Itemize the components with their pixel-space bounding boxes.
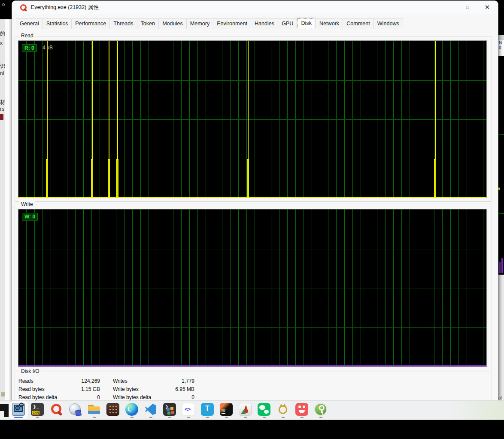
background-window-left-column <box>5 19 9 400</box>
stat-label: Read bytes delta <box>18 394 74 400</box>
background-right-graph-sliver <box>498 56 504 275</box>
maximize-button[interactable]: □ <box>458 1 477 14</box>
background-red-accent <box>0 114 3 120</box>
taskbar-item-typora[interactable] <box>198 401 217 419</box>
stat-label: Write bytes <box>113 386 164 392</box>
vscode-icon <box>144 403 157 416</box>
background-right-panel-sliver: ol <box>498 275 504 400</box>
tab-memory[interactable]: Memory <box>186 18 213 29</box>
tab-network[interactable]: Network <box>316 18 343 29</box>
taskbar-item-everything-search[interactable] <box>47 401 66 419</box>
background-window-fragment: o <box>2 2 5 7</box>
capture-tool-icon <box>239 403 252 416</box>
minimize-button[interactable]: — <box>438 1 458 14</box>
typora-icon <box>201 403 214 416</box>
background-text-fragment: 的 <box>0 31 5 36</box>
screen: o 的s识ni材rs N o ol Everything.exe (21932)… <box>0 0 504 439</box>
taskbar-item-intellij-idea[interactable] <box>217 401 236 419</box>
tab-token[interactable]: Token <box>137 18 159 29</box>
file-explorer-icon <box>88 403 100 416</box>
tab-modules[interactable]: Modules <box>158 18 187 29</box>
taskbar-item-vscode[interactable] <box>141 401 160 419</box>
running-indicator <box>282 417 285 418</box>
stat-label: Writes <box>113 378 164 384</box>
read-graph: R: 0 4 kB <box>18 40 487 198</box>
window-title: Everything.exe (21932) 属性 <box>31 4 99 11</box>
taskbar-item-edge[interactable] <box>122 401 141 419</box>
background-small-icon <box>1 392 5 397</box>
running-indicator <box>244 417 247 418</box>
taskbar-item-capture-tool[interactable] <box>236 401 255 419</box>
taskbar-item-terminal-can[interactable] <box>28 401 47 419</box>
taskbar-item-calculator[interactable] <box>103 401 122 419</box>
stat-value: 124,269 <box>74 378 100 384</box>
stat-value: 1,779 <box>164 378 194 384</box>
stat-value: 0 <box>164 394 194 400</box>
stat-gap <box>100 394 113 400</box>
running-indicator <box>93 417 96 418</box>
background-right-tab-strip <box>498 35 504 40</box>
taskbar-item-red-app[interactable] <box>292 401 311 419</box>
background-window-left-sliver: 的s识ni材rs <box>0 19 12 400</box>
tab-general[interactable]: General <box>16 18 43 29</box>
disk-io-stats: Reads124,269Writes1,779Read bytes1.15 GB… <box>18 378 194 400</box>
read-group-label: Read <box>19 33 35 39</box>
read-spike-base <box>247 159 249 197</box>
tab-disk[interactable]: Disk <box>297 18 316 29</box>
running-indicator <box>263 417 266 418</box>
properties-dialog: Everything.exe (21932) 属性 — □ ✕ GeneralS… <box>12 1 498 400</box>
read-baseline <box>18 197 486 198</box>
keepass-icon <box>314 403 327 416</box>
running-indicator <box>36 417 39 418</box>
background-text-fragment: s <box>0 41 5 46</box>
write-graph: W: 0 <box>18 209 487 367</box>
read-spike-base <box>434 159 436 197</box>
background-right-purple-spike <box>501 258 503 273</box>
close-button[interactable]: ✕ <box>477 1 497 14</box>
title-bar[interactable]: Everything.exe (21932) 属性 — □ ✕ <box>12 1 498 14</box>
stat-value: 0 <box>74 394 100 400</box>
read-spike-base <box>46 159 48 197</box>
taskbar-item-disc-tool[interactable] <box>66 401 85 419</box>
taskbar-item-navicat[interactable] <box>273 401 292 419</box>
read-spike-base <box>116 159 118 197</box>
taskbar-item-terminal-colored[interactable] <box>160 401 179 419</box>
running-indicator <box>187 417 190 418</box>
code-angle-icon <box>182 403 195 416</box>
taskbar-item-system-informer[interactable] <box>9 401 28 419</box>
tab-statistics[interactable]: Statistics <box>43 18 72 29</box>
taskbar-item-code-angle[interactable] <box>179 401 198 419</box>
terminal-can-icon <box>31 403 44 416</box>
tab-windows[interactable]: Windows <box>373 18 403 29</box>
everything-app-icon <box>20 4 27 11</box>
write-groupbox: Write W: 0 <box>15 205 492 370</box>
stat-value: 6.95 MB <box>164 386 194 392</box>
running-indicator <box>14 417 23 418</box>
intellij-idea-icon <box>220 403 233 416</box>
taskbar-item-file-explorer[interactable] <box>85 401 103 419</box>
background-right-text-fragment: N o <box>498 40 504 56</box>
background-text-fragment: rs <box>0 106 5 112</box>
tab-gpu[interactable]: GPU <box>278 18 297 29</box>
tab-performance[interactable]: Performance <box>71 18 110 29</box>
tab-comment[interactable]: Comment <box>343 18 374 29</box>
write-group-label: Write <box>19 201 35 207</box>
tab-threads[interactable]: Threads <box>109 18 137 29</box>
navicat-icon <box>276 403 289 416</box>
read-groupbox: Read R: 0 4 kB <box>15 36 492 202</box>
stat-label: Write bytes delta <box>113 394 164 400</box>
stat-label: Read bytes <box>18 386 74 392</box>
wechat-icon <box>258 403 270 416</box>
read-spike-base <box>91 159 93 197</box>
stat-gap <box>100 386 113 392</box>
tab-handles[interactable]: Handles <box>251 18 278 29</box>
partial-taskbar-icon[interactable] <box>0 404 9 417</box>
stat-value: 1.15 GB <box>74 386 100 392</box>
running-indicator <box>206 417 209 418</box>
background-right-text-fragment: ol <box>498 396 502 400</box>
tab-environment[interactable]: Environment <box>213 18 251 29</box>
taskbar-item-wechat[interactable] <box>255 401 273 419</box>
running-indicator <box>225 417 228 418</box>
read-spike-base <box>108 159 110 197</box>
taskbar-item-keepass[interactable] <box>311 401 330 419</box>
